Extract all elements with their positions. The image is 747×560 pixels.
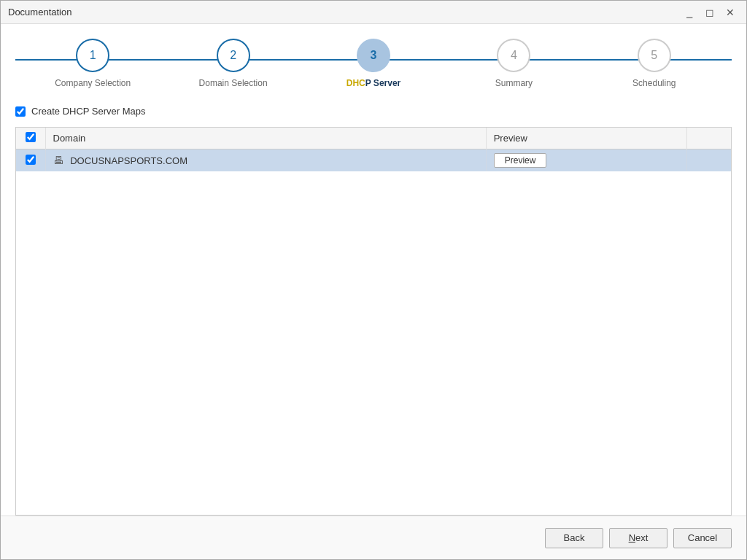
row-checkbox[interactable] <box>26 155 36 165</box>
row-checkbox-cell <box>16 149 45 172</box>
step-circle-4: 4 <box>497 39 530 72</box>
create-maps-label: Create DHCP Server Maps <box>31 106 146 117</box>
step-label-2: Domain Selection <box>199 78 268 88</box>
row-domain-cell: 🖶 DOCUSNAPSPORTS.COM <box>45 149 486 172</box>
restore-button[interactable]: ◻ <box>701 4 719 21</box>
step-label-3: DHCP Server <box>347 78 401 88</box>
domain-icon: 🖶 <box>53 155 63 166</box>
window-title: Documentation <box>8 7 71 18</box>
step-circle-2: 2 <box>217 39 250 72</box>
next-button[interactable]: Next <box>609 528 667 548</box>
back-button[interactable]: Back <box>545 528 603 548</box>
step-label-5: Scheduling <box>632 78 676 88</box>
step-summary: 4 Summary <box>444 39 584 88</box>
content-area: 1 Company Selection 2 Domain Selection 3… <box>1 24 746 516</box>
step-circle-1: 1 <box>76 39 109 72</box>
step-scheduling: 5 Scheduling <box>584 39 724 88</box>
step-company-selection: 1 Company Selection <box>23 39 163 88</box>
cancel-button[interactable]: Cancel <box>673 528 732 548</box>
step-circle-3: 3 <box>357 39 390 72</box>
minimize-button[interactable]: ⎯ <box>681 4 698 21</box>
col-header-check <box>16 128 45 149</box>
domain-table: Domain Preview 🖶 DOCUSNAPSPORTS.COM <box>16 128 731 171</box>
col-header-extra <box>687 128 731 149</box>
window-controls: ⎯ ◻ ✕ <box>681 4 739 21</box>
step-label-4: Summary <box>495 78 533 88</box>
domain-table-container: Domain Preview 🖶 DOCUSNAPSPORTS.COM <box>15 127 732 516</box>
row-extra-cell <box>687 149 731 172</box>
step-dhcp-server: 3 DHCP Server <box>303 39 444 88</box>
step-label-1: Company Selection <box>55 78 131 88</box>
create-maps-row: Create DHCP Server Maps <box>15 106 732 117</box>
preview-button[interactable]: Preview <box>494 153 547 168</box>
stepper: 1 Company Selection 2 Domain Selection 3… <box>15 39 732 88</box>
create-maps-checkbox[interactable] <box>15 106 26 117</box>
footer: Back Next Cancel <box>1 516 746 559</box>
row-domain-value: DOCUSNAPSPORTS.COM <box>70 155 187 166</box>
step-circle-5: 5 <box>638 39 671 72</box>
col-header-preview: Preview <box>486 128 687 149</box>
table-row: 🖶 DOCUSNAPSPORTS.COM Preview <box>16 149 731 172</box>
step-domain-selection: 2 Domain Selection <box>163 39 303 88</box>
header-checkbox[interactable] <box>26 132 36 142</box>
main-window: Documentation ⎯ ◻ ✕ 1 Company Selection … <box>0 0 747 560</box>
table-header-row: Domain Preview <box>16 128 731 149</box>
row-preview-cell: Preview <box>486 149 687 172</box>
close-button[interactable]: ✕ <box>721 4 739 21</box>
next-underline: N <box>629 532 635 543</box>
title-bar: Documentation ⎯ ◻ ✕ <box>1 1 746 24</box>
col-header-domain: Domain <box>45 128 486 149</box>
